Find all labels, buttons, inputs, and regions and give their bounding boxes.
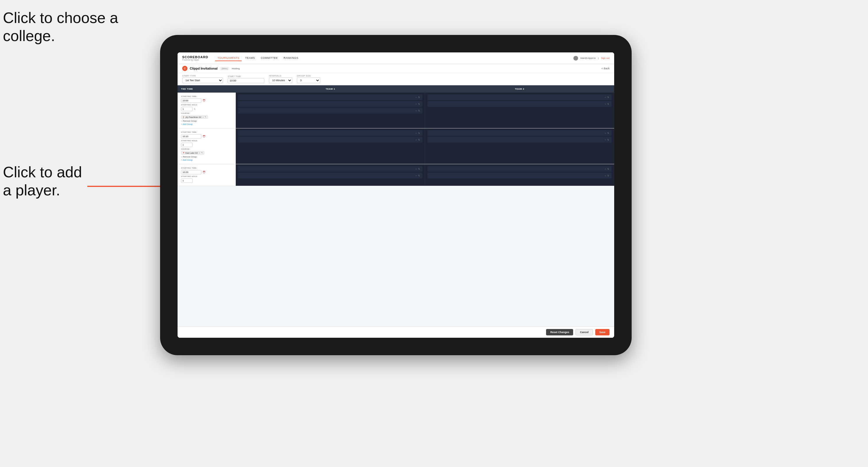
player-edit-1-2[interactable]: ⇅ [418, 103, 420, 105]
player-remove-6-1[interactable]: × [604, 168, 606, 170]
start-time-label: Start Time [228, 75, 264, 77]
player-remove-5-1[interactable]: × [415, 168, 417, 170]
group-1-course-row: 🏌 (A) Peachtree GC × ✎ [181, 115, 232, 119]
form-row: Start Type 1st Tee Start Start Time Inte… [178, 73, 614, 85]
group-2-time-row: ⏰ [181, 134, 232, 138]
player-remove-4-1[interactable]: × [604, 132, 606, 134]
player-edit-6-2[interactable]: ⇅ [607, 175, 609, 177]
player-row-6-1[interactable]: × ⇅ [427, 166, 612, 172]
player-edit-1-1[interactable]: ⇅ [418, 96, 420, 99]
player-remove-4-2[interactable]: × [604, 138, 606, 141]
player-row-1-2[interactable]: × ⇅ [238, 101, 422, 107]
player-row-2-1[interactable]: × ⇅ [427, 94, 612, 100]
player-edit-6-1[interactable]: ⇅ [607, 168, 609, 170]
start-type-select[interactable]: 1st Tee Start [182, 77, 223, 83]
remove-group-1[interactable]: ○ Remove Group [181, 120, 197, 122]
nav-right: blair@clippd.io | Sign out [574, 56, 610, 61]
player-actions-1-3: × ⇅ [415, 110, 420, 112]
group-size-select[interactable]: 3 [297, 77, 320, 83]
player-row-3-1[interactable]: × ⇅ [238, 130, 422, 136]
player-row-6-2[interactable]: × ⇅ [427, 173, 612, 179]
player-row-3-2[interactable]: × ⇅ [238, 137, 422, 143]
player-remove-1-2[interactable]: × [415, 103, 417, 105]
add-group-1[interactable]: + Add Group [181, 123, 193, 125]
annotation-1: Click to choose a college. [3, 9, 118, 45]
course-tag-2[interactable]: 📍 East Lake GC × ✎ [181, 151, 204, 155]
player-actions-5-1: × ⇅ [415, 168, 420, 170]
course-tag-remove-1[interactable]: × [203, 116, 204, 118]
nav-link-rankings[interactable]: RANKINGS [281, 55, 301, 61]
player-actions-1-1: × ⇅ [415, 96, 420, 99]
player-row-1-1[interactable]: × ⇅ [238, 94, 422, 100]
sub-header: C Clippd Invitational (Men) Hosting < Ba… [178, 64, 614, 73]
player-row-5-1[interactable]: × ⇅ [238, 166, 422, 172]
player-remove-3-1[interactable]: × [415, 132, 417, 134]
player-edit-1-3[interactable]: ⇅ [418, 110, 420, 112]
start-type-group: Start Type 1st Tee Start [182, 75, 223, 83]
player-remove-2-1[interactable]: × [604, 96, 606, 99]
intervals-select[interactable]: 10 Minutes [269, 77, 292, 83]
tournament-gender: (Men) [220, 67, 229, 70]
start-time-input[interactable] [228, 78, 264, 83]
sign-out-link[interactable]: Sign out [601, 57, 610, 59]
player-edit-5-2[interactable]: ⇅ [418, 175, 420, 177]
logo-sub: Powered by clippd [182, 59, 208, 61]
nav-link-tournaments[interactable]: TOURNAMENTS [215, 55, 242, 61]
group-3-time-row: ⏰ [181, 170, 232, 175]
player-row-4-1[interactable]: × ⇅ [427, 130, 612, 136]
player-remove-3-2[interactable]: × [415, 138, 417, 141]
player-remove-2-2[interactable]: × [604, 103, 606, 105]
nav-link-teams[interactable]: TEAMS [243, 55, 257, 61]
group-2-left: STARTING TIME: ⏰ STARTING HOLE: COURSE: … [178, 128, 236, 164]
back-button[interactable]: < Back [601, 67, 610, 70]
player-remove-1-3[interactable]: × [415, 110, 417, 112]
course-tag-name-2: East Lake GC [185, 152, 198, 154]
team2-group2: × ⇅ × ⇅ [425, 128, 614, 164]
starting-time-label-1: STARTING TIME: [181, 95, 232, 97]
player-actions-4-2: × ⇅ [604, 138, 609, 141]
add-group-2[interactable]: + Add Group [181, 159, 193, 161]
clippd-icon: C [182, 66, 187, 71]
table-header: Tee Time Team 1 Team 2 [178, 85, 614, 93]
group-row-3: STARTING TIME: ⏰ STARTING HOLE: × [178, 164, 614, 186]
course-tag-edit-1[interactable]: ✎ [205, 116, 206, 118]
group-3-hole-input[interactable] [181, 179, 193, 183]
player-edit-4-2[interactable]: ⇅ [607, 138, 609, 141]
starting-time-label-2: STARTING TIME: [181, 131, 232, 133]
player-edit-3-1[interactable]: ⇅ [418, 132, 420, 134]
player-remove-1-1[interactable]: × [415, 96, 417, 99]
starting-hole-label-1: STARTING HOLE: [181, 104, 232, 106]
remove-group-2[interactable]: ○ Remove Group [181, 156, 197, 158]
player-actions-2-2: × ⇅ [604, 103, 609, 105]
player-edit-3-2[interactable]: ⇅ [418, 138, 420, 141]
player-row-2-2[interactable]: × ⇅ [427, 101, 612, 107]
course-tag-edit-2[interactable]: ✎ [201, 152, 203, 154]
annotation-2-line2: a player. [3, 181, 82, 199]
player-row-4-2[interactable]: × ⇅ [427, 137, 612, 143]
player-edit-5-1[interactable]: ⇅ [418, 168, 420, 170]
player-edit-2-1[interactable]: ⇅ [607, 96, 609, 99]
player-remove-5-2[interactable]: × [415, 175, 417, 177]
player-row-1-3[interactable]: × ⇅ [238, 108, 422, 114]
player-edit-2-2[interactable]: ⇅ [607, 103, 609, 105]
nav-avatar [574, 56, 578, 61]
player-actions-3-2: × ⇅ [415, 138, 420, 141]
group-2-time-input[interactable] [181, 134, 202, 138]
reset-button[interactable]: Reset Changes [546, 329, 573, 335]
course-tag-1[interactable]: 🏌 (A) Peachtree GC × ✎ [181, 115, 208, 119]
course-tag-remove-2[interactable]: × [199, 152, 200, 154]
save-button[interactable]: Save [595, 329, 610, 335]
cancel-button[interactable]: Cancel [576, 329, 593, 335]
group-3-time-input[interactable] [181, 170, 202, 175]
player-row-5-2[interactable]: × ⇅ [238, 173, 422, 179]
annotation-1-line2: college. [3, 27, 118, 45]
player-edit-4-1[interactable]: ⇅ [607, 132, 609, 134]
group-size-label: Group Size [297, 75, 320, 77]
group-2-hole-input[interactable] [181, 143, 193, 147]
logo-title: SCOREBOARD [182, 55, 208, 59]
player-remove-6-2[interactable]: × [604, 175, 606, 177]
group-1-time-input[interactable] [181, 98, 202, 103]
nav-link-committee[interactable]: COMMITTEE [258, 55, 280, 61]
starting-hole-label-2: STARTING HOLE: [181, 140, 232, 142]
group-1-hole-input[interactable] [181, 107, 193, 111]
